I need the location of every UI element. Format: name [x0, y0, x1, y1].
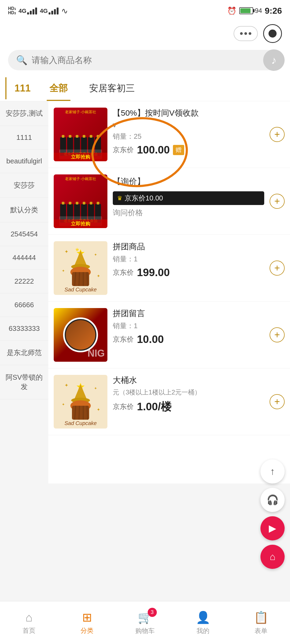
product-item-4[interactable]: NIG 拼团留言 销量：1 京东价 10.00 +	[48, 302, 290, 368]
alarm-icon: ⏰	[227, 6, 237, 15]
product-image-3: ✦ ✦ ✦ ✦ ⭐	[54, 241, 107, 295]
tabs-container: 111 全部 安居客初三	[0, 76, 290, 101]
nav-category-label: 分类	[81, 626, 93, 635]
jd-price-dark: ♛ 京东价10.00	[113, 191, 264, 205]
svg-text:✦: ✦	[62, 402, 65, 407]
music-button[interactable]: ♪	[263, 49, 285, 71]
inquiry-tag: 【询价】	[113, 174, 264, 189]
svg-text:✦: ✦	[97, 274, 100, 278]
headset-icon: 🎧	[267, 494, 279, 506]
product-title-3: 拼团商品	[113, 241, 264, 252]
product-price-row-1: 京东价 100.00 赠	[113, 144, 264, 156]
product-list: 老东堡村石磨芝麻油 立即抢购 【50%】按时间V领收款 v 销量：25 京东价 …	[48, 101, 290, 484]
svg-line-26	[87, 406, 88, 420]
more-options-button[interactable]	[234, 26, 258, 41]
product-item[interactable]: 老东堡村石磨芝麻油 立即抢购 【50%】按时间V领收款 v 销量：25 京东价 …	[48, 101, 290, 168]
nav-home[interactable]: ⌂ 首页	[0, 611, 58, 635]
add-to-cart-button-2[interactable]: +	[270, 194, 285, 209]
svg-text:✦: ✦	[62, 269, 65, 273]
wifi-icon: ∿	[61, 6, 68, 16]
nav-profile-label: 我的	[197, 627, 209, 635]
top-actions	[0, 21, 290, 46]
product-price-5: 1.00/楼	[137, 399, 172, 414]
svg-text:✦: ✦	[94, 253, 97, 257]
sidebar-item-3[interactable]: 安莎莎	[0, 173, 48, 198]
form-nav-icon: 📋	[254, 610, 269, 624]
product-info-5: 大桶水 元（3楼以上1楼以上2元一桶） 京东价 1.00/楼	[113, 375, 264, 429]
product-info-4: 拼团留言 销量：1 京东价 10.00	[113, 308, 264, 362]
search-icon: 🔍	[16, 55, 27, 65]
camera-button[interactable]	[263, 24, 282, 43]
svg-line-13	[87, 272, 88, 286]
svg-text:⭐: ⭐	[75, 247, 79, 251]
sidebar-item-8[interactable]: 66666	[0, 293, 48, 317]
product-price-row-3: 京东价 199.00	[113, 266, 264, 279]
tab-anjuke[interactable]: 安居客初三	[78, 76, 146, 101]
svg-text:✦: ✦	[64, 249, 68, 254]
nav-profile[interactable]: 👤 我的	[174, 610, 232, 635]
crown-icon: ♛	[117, 195, 122, 202]
add-to-cart-button-1[interactable]: +	[270, 127, 285, 142]
add-to-cart-button-5[interactable]: +	[270, 394, 285, 409]
product-price-row-4: 京东价 10.00	[113, 333, 264, 345]
sidebar-item-7[interactable]: 22222	[0, 270, 48, 293]
tab-all[interactable]: 全部	[39, 76, 78, 101]
add-to-cart-button-4[interactable]: +	[270, 327, 285, 342]
product-info-1: 【50%】按时间V领收款 v 销量：25 京东价 100.00 赠	[113, 108, 264, 161]
sidebar-item-6[interactable]: 444444	[0, 246, 48, 270]
product-image-2: 老东堡村石磨芝麻油 立即抢购	[54, 174, 107, 228]
home-fab-button[interactable]: ⌂	[260, 545, 285, 569]
hd-badge: HD₁ HD₂	[8, 6, 16, 15]
bowl	[63, 317, 98, 352]
signal-4g-2: 4G	[40, 7, 58, 14]
left-sidebar: 安莎莎,测试 1111 beautifulgirl 安莎莎 默认分类 25454…	[0, 101, 48, 484]
cart-badge-count: 3	[148, 608, 157, 617]
product-title-5: 大桶水	[113, 375, 264, 385]
product-item-5[interactable]: ✦ ✦ ✦ ✦ Sad Cupcake 大桶水	[48, 368, 290, 435]
product-subtitle-1: v	[113, 121, 264, 129]
product-image-4: NIG	[54, 308, 107, 362]
nav-category[interactable]: ⊞ 分类	[58, 610, 116, 635]
sidebar-item-0[interactable]: 安莎莎,测试	[0, 101, 48, 126]
share-fab-button[interactable]: ↑	[260, 459, 285, 484]
sidebar-item-2[interactable]: beautifulgirl	[0, 149, 48, 173]
add-to-cart-button-3[interactable]: +	[270, 261, 285, 276]
tab-count: 111	[5, 77, 39, 99]
nav-home-label: 首页	[23, 626, 35, 635]
time-display: 9:26	[265, 6, 282, 16]
profile-nav-icon: 👤	[196, 610, 211, 624]
product-item-3[interactable]: ✦ ✦ ✦ ✦ ⭐	[48, 235, 290, 302]
inquiry-action[interactable]: 询问价格	[113, 208, 264, 218]
nav-form[interactable]: 📋 表单	[232, 610, 290, 635]
product-item-2[interactable]: 老东堡村石磨芝麻油 立即抢购 【询价】 ♛ 京东价10.00 询问价格 +	[48, 168, 290, 235]
nav-cart[interactable]: 🛒 3 购物车	[116, 610, 174, 635]
product-sales-1: 销量：25	[113, 132, 264, 141]
svg-text:✦: ✦	[97, 407, 100, 412]
sidebar-item-1[interactable]: 1111	[0, 126, 48, 149]
sidebar-item-9[interactable]: 63333333	[0, 317, 48, 341]
sidebar-item-11[interactable]: 阿SV带锁的发	[0, 365, 48, 399]
gift-badge-1: 赠	[173, 145, 184, 155]
headset-fab-button[interactable]: 🎧	[260, 488, 285, 512]
sidebar-item-5[interactable]: 2545454	[0, 222, 48, 246]
status-left: HD₁ HD₂ 4G 4G ∿	[8, 6, 68, 16]
share-icon: ↑	[270, 466, 275, 477]
signal-4g-1: 4G	[19, 7, 37, 14]
product-sales-3: 销量：1	[113, 254, 264, 264]
video-fab-button[interactable]: ▶	[260, 516, 285, 540]
sidebar-item-10[interactable]: 是东北师范	[0, 341, 48, 365]
product-price-1: 100.00	[137, 144, 170, 156]
product-price-4: 10.00	[137, 333, 164, 345]
battery: 94	[239, 7, 262, 14]
product-image-5: ✦ ✦ ✦ ✦ Sad Cupcake	[54, 375, 107, 429]
cart-badge-container: 🛒 3	[138, 610, 153, 624]
nav-cart-label: 购物车	[135, 627, 155, 635]
sidebar-item-4[interactable]: 默认分类	[0, 198, 48, 222]
product-info-2: 【询价】 ♛ 京东价10.00 询问价格	[113, 174, 264, 228]
search-input[interactable]	[32, 55, 274, 65]
video-icon: ▶	[269, 523, 276, 534]
category-nav-icon: ⊞	[82, 610, 92, 624]
product-title-1: 【50%】按时间V领收款	[113, 108, 264, 118]
svg-line-11	[79, 272, 79, 286]
bottom-nav: ⌂ 首页 ⊞ 分类 🛒 3 购物车 👤 我的 📋 表单	[0, 601, 290, 644]
